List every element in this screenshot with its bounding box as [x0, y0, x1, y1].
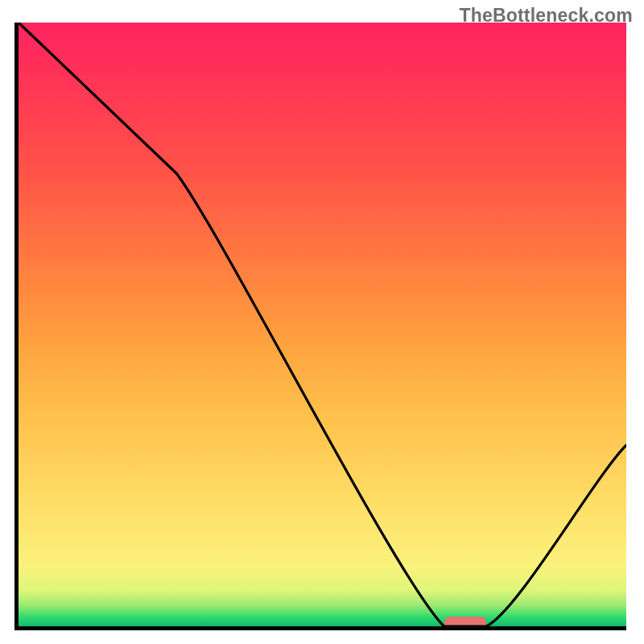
chart-container: TheBottleneck.com: [0, 0, 644, 644]
curve-path: [19, 23, 626, 626]
plot-area: [14, 23, 626, 630]
bottleneck-curve: [19, 23, 626, 626]
